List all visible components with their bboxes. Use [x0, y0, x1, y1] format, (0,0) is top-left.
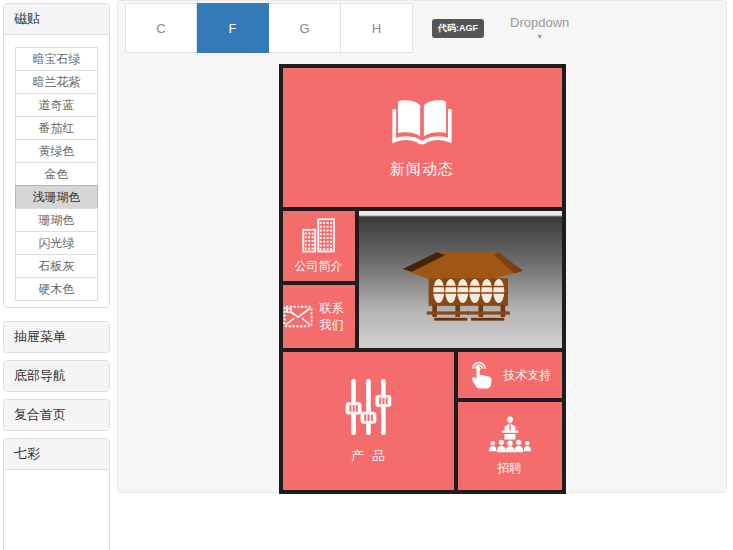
color-item-hardwood[interactable]: 硬木色: [15, 277, 98, 301]
sidebar-section-drawer-menu[interactable]: 抽屉菜单: [4, 322, 109, 352]
tile-recruitment[interactable]: 招聘: [458, 402, 562, 490]
tile-contact-us[interactable]: 联系我们: [283, 285, 355, 348]
tab-bar: C F G H 代码:AGF Dropdown ▼: [125, 3, 726, 53]
sidebar-panel-drawer-menu: 抽屉菜单: [3, 321, 110, 353]
color-item-yellow-green[interactable]: 黄绿色: [15, 139, 98, 163]
podium-people-icon: [487, 415, 533, 455]
envelope-icon: [283, 305, 313, 328]
color-item-coral[interactable]: 珊瑚色: [15, 208, 98, 232]
tile-contact-label: 联系我们: [320, 300, 355, 334]
code-badge: 代码:AGF: [432, 19, 484, 38]
tile-product-image[interactable]: [359, 211, 562, 348]
touch-icon: [468, 360, 496, 390]
tile-grid: 新闻动态: [279, 64, 566, 494]
color-item-slate-gray[interactable]: 石板灰: [15, 254, 98, 278]
tile-company-label: 公司简介: [295, 258, 343, 275]
tile-support-label: 技术支持: [504, 367, 552, 384]
color-item-tomato-red[interactable]: 番茄红: [15, 116, 98, 140]
dropdown-label: Dropdown: [510, 16, 569, 30]
wooden-lamp-image: [385, 232, 535, 328]
tile-products-label: 产品: [343, 447, 393, 465]
tile-company-profile[interactable]: 公司简介: [283, 211, 355, 281]
rainbow-panel-body: [4, 470, 109, 550]
tiles-panel: 磁贴 暗宝石绿 暗兰花紫 道奇蓝 番茄红 黄绿色 金色 浅珊瑚色 珊瑚色 闪光绿…: [3, 3, 110, 308]
color-item-light-coral[interactable]: 浅珊瑚色: [15, 185, 98, 209]
tile-news[interactable]: 新闻动态: [283, 68, 562, 207]
tab-g[interactable]: G: [269, 3, 341, 53]
book-icon: [391, 97, 453, 147]
tile-products[interactable]: 产品: [283, 352, 454, 490]
sidebar-section-composite-home[interactable]: 复合首页: [4, 400, 109, 430]
color-item-flash-green[interactable]: 闪光绿: [15, 231, 98, 255]
preview-canvas: C F G H 代码:AGF Dropdown ▼ 新闻动态: [117, 0, 727, 493]
sidebar: 磁贴 暗宝石绿 暗兰花紫 道奇蓝 番茄红 黄绿色 金色 浅珊瑚色 珊瑚色 闪光绿…: [3, 3, 110, 550]
dropdown-toggle[interactable]: Dropdown ▼: [510, 16, 569, 41]
tab-h[interactable]: H: [341, 3, 413, 53]
sidebar-section-bottom-nav[interactable]: 底部导航: [4, 361, 109, 391]
color-item-dark-orchid[interactable]: 暗兰花紫: [15, 70, 98, 94]
caret-down-icon: ▼: [536, 33, 543, 41]
sidebar-section-rainbow[interactable]: 七彩: [4, 439, 109, 470]
color-item-gold[interactable]: 金色: [15, 162, 98, 186]
sidebar-panel-bottom-nav: 底部导航: [3, 360, 110, 392]
tile-row-middle: 公司简介 联系我们: [283, 211, 562, 348]
tile-news-label: 新闻动态: [390, 160, 454, 179]
color-item-dark-gem-green[interactable]: 暗宝石绿: [15, 47, 98, 71]
color-item-dodger-blue[interactable]: 道奇蓝: [15, 93, 98, 117]
sidebar-panel-composite-home: 复合首页: [3, 399, 110, 431]
sidebar-panel-rainbow: 七彩: [3, 438, 110, 550]
tile-recruit-label: 招聘: [498, 460, 522, 477]
tiles-panel-header[interactable]: 磁贴: [4, 4, 109, 35]
tile-row-bottom: 产品 技术支持: [283, 352, 562, 490]
tile-tech-support[interactable]: 技术支持: [458, 352, 562, 398]
tab-f[interactable]: F: [197, 3, 269, 53]
tile-color-list: 暗宝石绿 暗兰花紫 道奇蓝 番茄红 黄绿色 金色 浅珊瑚色 珊瑚色 闪光绿 石板…: [4, 35, 109, 307]
tab-c[interactable]: C: [125, 3, 197, 53]
sliders-icon: [341, 377, 395, 437]
buildings-icon: [299, 217, 339, 253]
